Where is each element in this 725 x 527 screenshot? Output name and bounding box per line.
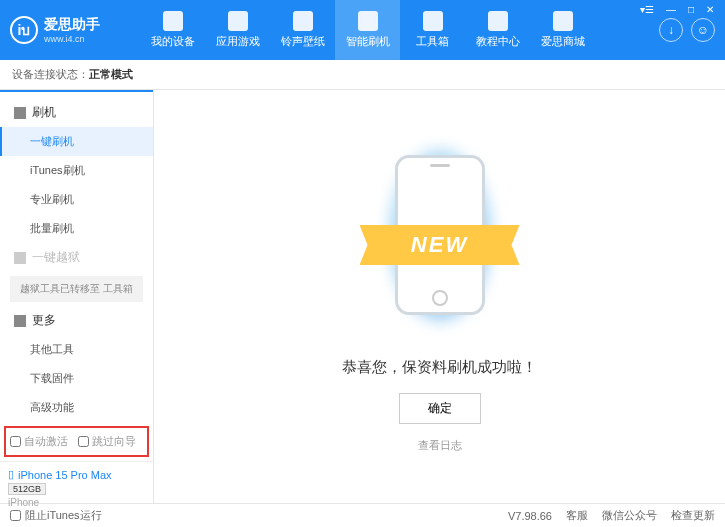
block-itunes-checkbox[interactable]: 阻止iTunes运行 bbox=[10, 508, 102, 523]
app-url: www.i4.cn bbox=[44, 34, 100, 44]
new-ribbon: NEW bbox=[360, 225, 520, 265]
logo: iบ 爱思助手 www.i4.cn bbox=[10, 16, 140, 44]
sidebar-jailbreak-note: 越狱工具已转移至 工具箱 bbox=[10, 276, 143, 302]
app-name: 爱思助手 bbox=[44, 16, 100, 34]
version-label: V7.98.66 bbox=[508, 510, 552, 522]
sidebar-itunes-flash[interactable]: iTunes刷机 bbox=[0, 156, 153, 185]
win-menu-icon[interactable]: ▾☰ bbox=[637, 4, 657, 15]
nav-ringtones[interactable]: 铃声壁纸 bbox=[270, 0, 335, 60]
tutorial-icon bbox=[488, 11, 508, 31]
device-storage: 512GB bbox=[8, 483, 46, 495]
skip-guide-checkbox[interactable]: 跳过向导 bbox=[78, 434, 136, 449]
success-illustration: NEW bbox=[370, 140, 510, 340]
status-label: 设备连接状态： bbox=[12, 67, 89, 82]
user-button[interactable]: ☺ bbox=[691, 18, 715, 42]
apps-icon bbox=[228, 11, 248, 31]
auto-activate-checkbox[interactable]: 自动激活 bbox=[10, 434, 68, 449]
top-nav: 我的设备 应用游戏 铃声壁纸 智能刷机 工具箱 教程中心 爱思商城 bbox=[140, 0, 659, 60]
win-max-icon[interactable]: □ bbox=[685, 4, 697, 15]
nav-store[interactable]: 爱思商城 bbox=[530, 0, 595, 60]
sidebar-batch-flash[interactable]: 批量刷机 bbox=[0, 214, 153, 243]
header: iบ 爱思助手 www.i4.cn 我的设备 应用游戏 铃声壁纸 智能刷机 工具… bbox=[0, 0, 725, 60]
footer-support[interactable]: 客服 bbox=[566, 508, 588, 523]
confirm-button[interactable]: 确定 bbox=[399, 393, 481, 424]
device-type: iPhone bbox=[8, 497, 145, 508]
win-close-icon[interactable]: ✕ bbox=[703, 4, 717, 15]
sidebar-other-tools[interactable]: 其他工具 bbox=[0, 335, 153, 364]
nav-apps[interactable]: 应用游戏 bbox=[205, 0, 270, 60]
phone-icon: ▯ bbox=[8, 468, 14, 481]
sidebar-flash-header[interactable]: 刷机 bbox=[0, 98, 153, 127]
success-message: 恭喜您，保资料刷机成功啦！ bbox=[342, 358, 537, 377]
main-content: NEW 恭喜您，保资料刷机成功啦！ 确定 查看日志 bbox=[154, 90, 725, 503]
footer-update[interactable]: 检查更新 bbox=[671, 508, 715, 523]
flash-section-icon bbox=[14, 107, 26, 119]
sidebar-pro-flash[interactable]: 专业刷机 bbox=[0, 185, 153, 214]
checkbox-highlighted-area: 自动激活 跳过向导 bbox=[4, 426, 149, 457]
status-bar: 设备连接状态： 正常模式 bbox=[0, 60, 725, 90]
nav-my-device[interactable]: 我的设备 bbox=[140, 0, 205, 60]
sidebar-download-firmware[interactable]: 下载固件 bbox=[0, 364, 153, 393]
logo-icon: iบ bbox=[10, 16, 38, 44]
footer-wechat[interactable]: 微信公众号 bbox=[602, 508, 657, 523]
toolbox-icon bbox=[423, 11, 443, 31]
flash-icon bbox=[358, 11, 378, 31]
win-min-icon[interactable]: — bbox=[663, 4, 679, 15]
download-button[interactable]: ↓ bbox=[659, 18, 683, 42]
nav-toolbox[interactable]: 工具箱 bbox=[400, 0, 465, 60]
sidebar-jailbreak-header: 一键越狱 bbox=[0, 243, 153, 272]
sidebar-more-header[interactable]: 更多 bbox=[0, 306, 153, 335]
nav-flash[interactable]: 智能刷机 bbox=[335, 0, 400, 60]
device-info[interactable]: ▯iPhone 15 Pro Max 512GB iPhone bbox=[0, 461, 153, 514]
device-icon bbox=[163, 11, 183, 31]
nav-tutorials[interactable]: 教程中心 bbox=[465, 0, 530, 60]
ringtone-icon bbox=[293, 11, 313, 31]
view-log-link[interactable]: 查看日志 bbox=[418, 438, 462, 453]
sidebar-oneclick-flash[interactable]: 一键刷机 bbox=[0, 127, 153, 156]
store-icon bbox=[553, 11, 573, 31]
sidebar: 刷机 一键刷机 iTunes刷机 专业刷机 批量刷机 一键越狱 越狱工具已转移至… bbox=[0, 90, 154, 503]
status-value: 正常模式 bbox=[89, 67, 133, 82]
more-icon bbox=[14, 315, 26, 327]
lock-icon bbox=[14, 252, 26, 264]
sidebar-advanced[interactable]: 高级功能 bbox=[0, 393, 153, 422]
